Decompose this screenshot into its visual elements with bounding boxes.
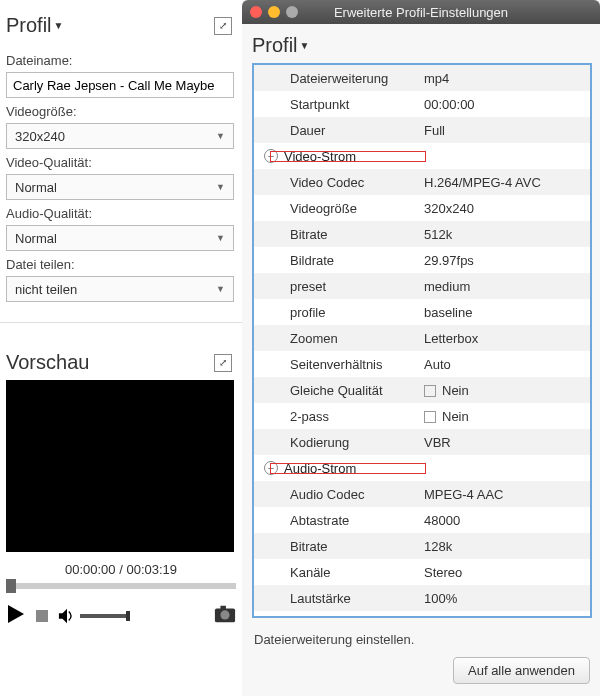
row-key: Kanäle [254,559,424,585]
videoquality-label: Video-Qualität: [6,155,234,170]
chevron-down-icon: ▼ [54,20,64,31]
left-panel: Profil ▼ ⤢ Dateiname: Videogröße: 320x24… [0,0,242,696]
splitfile-value: nicht teilen [15,282,77,297]
svg-marker-1 [59,609,67,623]
table-row[interactable]: 2-passNein [254,403,590,429]
row-val: 48000 [424,507,590,533]
table-row[interactable]: Video CodecH.264/MPEG-4 AVC [254,169,590,195]
chevron-down-icon: ▼ [300,40,310,51]
profil-dropdown-right[interactable]: Profil ▼ [252,34,309,57]
row-key: profile [254,299,424,325]
row-val: Letterbox [424,325,590,351]
table-row[interactable]: presetmedium [254,273,590,299]
volume-control[interactable] [58,607,130,625]
window-title: Erweiterte Profil-Einstellungen [242,5,600,20]
row-key: Audio Codec [254,481,424,507]
table-row[interactable]: Startpunkt00:00:00 [254,91,590,117]
audioquality-value: Normal [15,231,57,246]
audioquality-select[interactable]: Normal ▼ [6,225,234,251]
speaker-icon [58,607,76,625]
row-val: Full [424,117,590,143]
table-row[interactable]: KodierungVBR [254,429,590,455]
video-preview[interactable] [6,380,234,552]
advanced-settings-dialog: Erweiterte Profil-Einstellungen Profil ▼… [242,0,600,696]
filename-input[interactable] [6,72,234,98]
row-key: Video Codec [254,169,424,195]
seek-slider[interactable] [0,583,242,599]
row-key: Startpunkt [254,91,424,117]
table-row[interactable]: Gleiche QualitätNein [254,377,590,403]
table-row[interactable]: Abtastrate48000 [254,507,590,533]
table-row[interactable]: DauerFull [254,117,590,143]
row-key: 2-pass [254,403,424,429]
row-key: Seitenverhältnis [254,351,424,377]
row-key: Lautstärke [254,585,424,611]
table-row[interactable]: Bitrate512k [254,221,590,247]
table-row[interactable]: Bitrate128k [254,533,590,559]
checkbox-icon[interactable] [424,385,436,397]
row-key: Dateierweiterung [254,65,424,91]
chevron-down-icon: ▼ [216,284,225,294]
table-row[interactable]: ZoomenLetterbox [254,325,590,351]
videosize-select[interactable]: 320x240 ▼ [6,123,234,149]
player-controls [0,599,242,629]
expand-icon[interactable]: ⤢ [214,17,232,35]
row-val: medium [424,273,590,299]
videoquality-select[interactable]: Normal ▼ [6,174,234,200]
row-val: Stereo [424,559,590,585]
row-val: mp4 [424,65,590,91]
row-key: Videogröße [254,195,424,221]
dialog-footer: Auf alle anwenden [252,657,592,688]
vorschau-header: Vorschau ⤢ [0,322,242,380]
settings-tree: Dateierweiterungmp4 Startpunkt00:00:00 D… [252,63,592,618]
splitfile-select[interactable]: nicht teilen ▼ [6,276,234,302]
group-row-video[interactable]: −Video-Strom [254,143,590,169]
apply-all-button[interactable]: Auf alle anwenden [453,657,590,684]
row-val: VBR [424,429,590,455]
hint-text: Dateierweiterung einstellen. [252,618,592,657]
table-row[interactable]: Lautstärke100% [254,585,590,611]
row-key: Bitrate [254,533,424,559]
row-key: Bildrate [254,247,424,273]
titlebar: Erweiterte Profil-Einstellungen [242,0,600,24]
filename-label: Dateiname: [6,53,234,68]
row-val: 128k [424,533,590,559]
table-row[interactable]: Audio CodecMPEG-4 AAC [254,481,590,507]
group-row-audio[interactable]: −Audio-Strom [254,455,590,481]
audioquality-label: Audio-Qualität: [6,206,234,221]
row-val: 100% [424,585,590,611]
time-total: 00:03:19 [126,562,177,577]
settings-scroll[interactable]: Dateierweiterungmp4 Startpunkt00:00:00 D… [254,65,590,616]
snapshot-button[interactable] [214,603,236,629]
table-row[interactable]: Bildrate29.97fps [254,247,590,273]
time-display: 00:00:00 / 00:03:19 [0,552,242,583]
vorschau-title: Vorschau [6,351,89,374]
row-val: 320x240 [424,195,590,221]
chevron-down-icon: ▼ [216,233,225,243]
row-key: preset [254,273,424,299]
table-row[interactable]: Dateierweiterungmp4 [254,65,590,91]
expand-icon[interactable]: ⤢ [214,354,232,372]
table-row[interactable]: KanäleStereo [254,559,590,585]
row-key: Zoomen [254,325,424,351]
row-key: Kodierung [254,429,424,455]
play-button[interactable] [6,604,26,628]
videosize-value: 320x240 [15,129,65,144]
chevron-down-icon: ▼ [216,131,225,141]
row-key: Abtastrate [254,507,424,533]
row-val: Nein [424,403,590,429]
row-val: 29.97fps [424,247,590,273]
profil-dropdown-left[interactable]: Profil ▼ [6,14,63,37]
row-val: Auto [424,351,590,377]
row-key: Bitrate [254,221,424,247]
profil-title-right: Profil [252,34,298,57]
table-row[interactable]: profilebaseline [254,299,590,325]
checkbox-icon[interactable] [424,411,436,423]
stop-button[interactable] [36,610,48,622]
videoquality-value: Normal [15,180,57,195]
table-row[interactable]: SeitenverhältnisAuto [254,351,590,377]
profil-title-left: Profil [6,14,52,37]
form-area: Dateiname: Videogröße: 320x240 ▼ Video-Q… [0,47,242,302]
row-key: Dauer [254,117,424,143]
table-row[interactable]: Videogröße320x240 [254,195,590,221]
